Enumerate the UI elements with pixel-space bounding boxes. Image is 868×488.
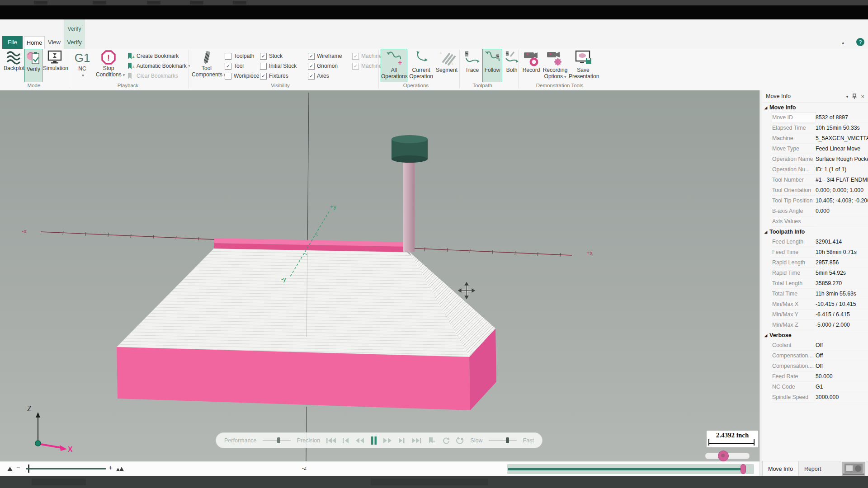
move-cursor-icon bbox=[458, 282, 475, 299]
help-icon[interactable]: ? bbox=[856, 38, 864, 46]
panel-dropdown-icon[interactable]: ▾ bbox=[846, 94, 848, 99]
stop-conditions-button[interactable]: ! Stop Conditions▾ bbox=[96, 49, 121, 82]
performance-precision-slider[interactable] bbox=[263, 437, 291, 443]
quality-slider-thumb[interactable] bbox=[718, 450, 729, 461]
panel-row[interactable]: Elapsed Time 10h 15min 50.33s bbox=[762, 123, 868, 133]
panel-row[interactable]: Machine 5_5AXGEN_VMCTTAB bbox=[762, 133, 868, 144]
panel-row[interactable]: Tool Number #1 - 3/4 FLAT ENDMI bbox=[762, 175, 868, 185]
viewport-3d[interactable]: -x +x +y -y bbox=[0, 90, 760, 461]
save-presentation-button[interactable]: Save Presentation bbox=[569, 49, 598, 82]
panel-row[interactable]: Compensation... Off bbox=[762, 351, 868, 361]
tab-view[interactable]: View bbox=[45, 36, 63, 49]
segment-button[interactable]: + + Segment bbox=[435, 49, 458, 82]
expander-icon[interactable]: ◢ bbox=[762, 333, 769, 338]
loop-section-button[interactable] bbox=[456, 437, 464, 444]
fast-forward-button[interactable] bbox=[383, 437, 392, 444]
tab-file[interactable]: File bbox=[2, 36, 23, 49]
rewind-button[interactable] bbox=[355, 437, 364, 444]
visibility-checkbox[interactable]: Tool bbox=[225, 61, 260, 71]
section-move-info[interactable]: ◢ Move Info bbox=[762, 103, 868, 113]
panel-row[interactable]: Move Type Feed Linear Move bbox=[762, 144, 868, 154]
panel-row[interactable]: Rapid Time 5min 54.92s bbox=[762, 268, 868, 278]
panel-row[interactable]: Min/Max Z -5.000 / 2.000 bbox=[762, 320, 868, 330]
recording-options-button[interactable]: Recording Options▾ bbox=[542, 49, 568, 82]
create-bookmark-button[interactable]: + Create Bookmark bbox=[127, 52, 179, 61]
panel-row[interactable]: Feed Time 10h 58min 0.71s bbox=[762, 247, 868, 258]
panel-row[interactable]: Total Time 11h 3min 55.63s bbox=[762, 289, 868, 299]
current-operation-button[interactable]: Current Operation bbox=[408, 49, 434, 82]
zoom-fit-icon[interactable] bbox=[116, 465, 125, 473]
previous-bookmark-button[interactable] bbox=[343, 437, 349, 444]
svg-text:+: + bbox=[132, 55, 135, 60]
panel-row[interactable]: Axis Values bbox=[762, 216, 868, 227]
pause-button[interactable] bbox=[371, 436, 377, 445]
zoom-in-button[interactable]: + bbox=[108, 464, 113, 471]
skip-to-end-button[interactable] bbox=[411, 437, 421, 444]
move-info-rows: Move ID 8532 of 8897 Elapsed Time 10h 15… bbox=[762, 113, 868, 227]
panel-header: Move Info ▾ × bbox=[762, 90, 868, 103]
expander-icon[interactable]: ◢ bbox=[762, 230, 769, 234]
ribbon-collapse-icon[interactable]: ▴ bbox=[842, 40, 844, 46]
trace-button[interactable]: Trace bbox=[462, 49, 482, 82]
panel-row[interactable]: Coolant Off bbox=[762, 340, 868, 351]
visibility-checkbox[interactable]: Gnomon bbox=[308, 61, 352, 71]
panel-pin-icon[interactable] bbox=[852, 94, 857, 99]
panel-row[interactable]: Min/Max X -10.415 / 10.415 bbox=[762, 299, 868, 310]
automatic-bookmark-button[interactable]: + Automatic Bookmark ▾ bbox=[127, 61, 190, 70]
clear-bookmarks-button[interactable]: Clear Bookmarks bbox=[127, 71, 178, 80]
speed-slider[interactable] bbox=[489, 437, 517, 443]
visibility-checkbox[interactable]: Toolpath bbox=[225, 51, 260, 61]
panel-row[interactable]: Tool Orientation 0.000; 0.000; 1.000 bbox=[762, 185, 868, 196]
zoom-slider-track[interactable] bbox=[26, 468, 106, 469]
expander-icon[interactable]: ◢ bbox=[762, 106, 769, 110]
tool-components-button[interactable]: Tool Components▾ bbox=[192, 49, 222, 82]
nc-button[interactable]: G1 NC ▾ bbox=[71, 49, 93, 82]
follow-button[interactable]: Follow bbox=[483, 49, 502, 82]
simulation-button[interactable]: Simulation bbox=[43, 49, 66, 82]
panel-close-icon[interactable]: × bbox=[861, 93, 864, 100]
panel-row[interactable]: Feed Rate 50.000 bbox=[762, 371, 868, 382]
simulation-progress-bar[interactable] bbox=[507, 464, 754, 474]
next-bookmark-button[interactable] bbox=[398, 437, 405, 444]
tab-verify[interactable]: Verify bbox=[64, 36, 85, 49]
panel-tab[interactable]: Report bbox=[799, 461, 827, 476]
panel-row[interactable]: Compensation... Off bbox=[762, 361, 868, 371]
panel-row[interactable]: B-axis Angle 0.000 bbox=[762, 206, 868, 216]
panel-row[interactable]: Move ID 8532 of 8897 bbox=[762, 113, 868, 123]
section-verbose[interactable]: ◢ Verbose bbox=[762, 330, 868, 340]
panel-row[interactable]: Feed Length 32901.414 bbox=[762, 237, 868, 247]
current-operation-icon bbox=[412, 50, 430, 66]
record-button[interactable]: Record bbox=[521, 49, 542, 82]
fast-label: Fast bbox=[523, 437, 534, 444]
visibility-checkbox[interactable]: Axes bbox=[308, 71, 352, 81]
verify-button[interactable]: Verify bbox=[25, 49, 42, 82]
panel-row[interactable]: Total Length 35859.270 bbox=[762, 278, 868, 289]
visibility-checkbox[interactable]: Stock bbox=[260, 51, 308, 61]
skip-to-start-button[interactable] bbox=[326, 437, 336, 444]
loop-playback-button[interactable] bbox=[442, 437, 450, 444]
panel-row[interactable]: Min/Max Y -6.415 / 6.415 bbox=[762, 310, 868, 320]
visibility-checkbox[interactable]: Workpiece bbox=[225, 71, 260, 81]
save-presentation-icon bbox=[574, 50, 592, 66]
contextual-tab-header: Verify bbox=[64, 19, 85, 36]
zoom-out-step-icon[interactable] bbox=[6, 465, 14, 473]
panel-tab[interactable]: Move Info bbox=[762, 461, 799, 476]
visibility-checkbox[interactable]: Wireframe bbox=[308, 51, 352, 61]
panel-row[interactable]: Tool Tip Position 10.405; -4.003; -0.200 bbox=[762, 196, 868, 206]
progress-thumb[interactable] bbox=[741, 464, 746, 474]
section-toolpath-info[interactable]: ◢ Toolpath Info bbox=[762, 227, 868, 237]
machine-thumbnail[interactable] bbox=[842, 462, 865, 476]
add-bookmark-button[interactable]: + bbox=[427, 437, 435, 444]
panel-row[interactable]: Operation Nu... ID: 1 (1 of 1) bbox=[762, 164, 868, 175]
backplot-button[interactable]: Backplot bbox=[4, 49, 24, 82]
panel-row[interactable]: NC Code G1 bbox=[762, 382, 868, 392]
panel-row[interactable]: Spindle Speed 3000.000 bbox=[762, 392, 868, 403]
all-operations-button[interactable]: + All Operations bbox=[381, 49, 407, 82]
tab-home[interactable]: Home bbox=[24, 36, 45, 49]
visibility-checkbox[interactable]: Initial Stock bbox=[260, 61, 308, 71]
g1-icon: G1 bbox=[71, 49, 93, 66]
panel-row[interactable]: Rapid Length 2957.856 bbox=[762, 258, 868, 268]
zoom-out-button[interactable]: − bbox=[16, 464, 20, 471]
panel-row[interactable]: Operation Name Surface Rough Pocke bbox=[762, 154, 868, 164]
visibility-checkbox[interactable]: Fixtures bbox=[260, 71, 308, 81]
